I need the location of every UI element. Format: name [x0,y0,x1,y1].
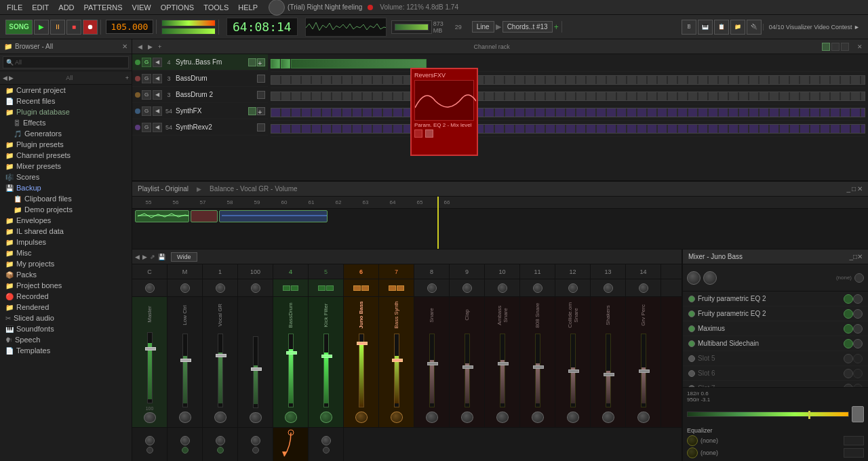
tree-item-my-projects[interactable]: 📁 My projects [0,258,132,269]
menu-tools[interactable]: TOOLS [199,2,233,13]
route-knob-0[interactable] [180,436,190,445]
pads-row-3[interactable] [271,108,865,117]
menu-view[interactable]: VIEW [128,2,155,13]
tree-item-mixer-presets[interactable]: 📁 Mixer presets [0,161,132,172]
ch-btn1-2[interactable] [257,91,265,99]
ch-env-btn-0[interactable] [248,58,256,66]
fader-handle-low-ctrl[interactable] [180,359,191,362]
track-pan-low-ctrl[interactable] [179,412,191,423]
fader-handle-kick[interactable] [321,355,332,358]
track-pan-collide[interactable] [567,412,579,423]
route-knob-2[interactable] [251,436,260,445]
browser-back-btn[interactable]: ◀ [3,75,7,81]
tree-item-speech[interactable]: 🗣 Speech [0,334,132,345]
tree-item-current-project[interactable]: 📁 Current project [0,85,132,96]
mix-back-btn[interactable]: ◀ [135,254,140,260]
stop-btn[interactable]: ■ [66,20,81,35]
fader-handle-collide[interactable] [568,369,579,373]
tool-playlist[interactable]: 📋 [714,20,729,35]
ch-sel-btn-1[interactable]: ◀ [153,74,162,83]
tree-item-sliced[interactable]: ✂ Sliced audio [0,313,132,323]
track-knob-c[interactable] [145,283,155,293]
tool-piano[interactable]: 🎹 [698,20,713,35]
play-btn[interactable]: ▶ [34,20,49,35]
effect-slot-1[interactable]: Fruity parametric EQ 2 [683,292,868,306]
effect-slot-3[interactable]: Maximus [683,321,868,336]
track-knob-11[interactable] [533,283,542,293]
fader-kick-filter[interactable] [323,334,329,408]
effect-solo-4[interactable] [853,339,863,348]
tree-item-effects[interactable]: 🎛 Effects [0,117,132,128]
menu-add[interactable]: ADD [54,2,78,13]
fader-bass-synth[interactable] [394,334,399,408]
fader-clap[interactable] [465,334,470,408]
tree-item-channel-presets[interactable]: 📁 Channel presets [0,150,132,161]
tree-item-generators[interactable]: 🎵 Generators [0,128,132,139]
effect-solo-3[interactable] [853,324,863,334]
mix-fwd-btn[interactable]: ▶ [142,254,147,260]
ch-mute-btn-3[interactable]: G [142,106,151,116]
ch-sel-btn-4[interactable]: ◀ [153,123,162,132]
tree-item-rendered[interactable]: 📁 Rendered [0,302,132,313]
tree-item-il-shared[interactable]: 📁 IL shared data [0,226,132,237]
fader-808[interactable] [535,334,540,408]
fader-100[interactable] [253,336,258,408]
track-knob-10[interactable] [498,283,507,293]
cr-fwd-btn[interactable]: ▶ [148,43,153,50]
track-knob-m[interactable] [180,283,190,293]
track-btn-7b[interactable] [397,285,404,291]
fader-vocal-gr[interactable] [218,334,223,408]
cr-view-btn[interactable] [822,43,830,51]
tree-item-soundfonts[interactable]: 🎹 Soundfonts [0,323,132,334]
pads-row-4[interactable] [271,124,865,134]
tree-item-templates[interactable]: 📄 Templates [0,345,132,356]
ch-name-2[interactable]: BassDrum 2 [176,91,256,98]
tree-item-misc[interactable]: 📁 Misc [0,247,132,258]
browser-close-btn[interactable]: ✕ [122,43,127,50]
pad-0-0[interactable] [271,59,280,68]
menu-edit[interactable]: EDIT [28,2,53,13]
fader-handle-master[interactable] [145,347,156,350]
effect-slot-2[interactable]: Fruity parametric EQ 2 [683,306,868,321]
menu-patterns[interactable]: PATTERNS [80,2,127,13]
playlist-max-btn[interactable]: □ [852,185,856,193]
mix-save-btn[interactable]: 💾 [158,254,165,260]
track-pan-bass-synth[interactable] [391,412,403,423]
none-knob-r[interactable] [854,273,864,283]
cr-view3-btn[interactable] [841,43,849,51]
route-dot-0[interactable] [182,447,189,454]
fader-handle-bassdrum[interactable] [286,351,297,355]
eq-knob-2[interactable] [687,447,698,458]
fader-collide[interactable] [570,334,576,408]
fader-handle-snare[interactable] [427,362,438,365]
tree-item-plugin-db[interactable]: 📁 Plugin database [0,106,132,117]
tree-item-project-bones[interactable]: 📁 Project bones [0,280,132,291]
route-dot-1[interactable] [217,447,224,454]
fader-juno-bass[interactable] [359,334,364,408]
cr-close-btn[interactable]: ✕ [857,43,863,50]
fader-handle-clap[interactable] [462,365,473,369]
tree-item-demo[interactable]: 📁 Demo projects [0,204,132,215]
track-knob-14[interactable] [639,283,648,293]
record-btn[interactable]: ⏺ [83,20,98,35]
track-btn-7a[interactable] [389,285,396,291]
menu-help[interactable]: HELP [234,2,262,13]
track-knob-100[interactable] [251,283,260,293]
fader-grv-perc[interactable] [641,334,646,408]
track-pan-snare[interactable] [426,412,438,423]
tempo-display[interactable]: 105.000 [106,20,153,34]
track-pan-ambass[interactable] [496,412,509,423]
fader-handle-juno[interactable] [357,342,368,345]
track-knob-9[interactable] [462,283,472,293]
track-pan-shakers[interactable] [602,412,614,423]
ch-sel-btn-2[interactable]: ◀ [153,90,162,100]
effect-toggle-4[interactable] [844,339,853,348]
track-btn-6b[interactable] [361,285,369,291]
route-knob-master[interactable] [145,436,155,445]
song-mode-btn[interactable]: SONG [5,20,33,35]
track-pan-juno[interactable] [355,412,368,423]
fader-handle-100[interactable] [251,367,262,371]
tree-item-clipboard[interactable]: 📋 Clipboard files [0,193,132,204]
pad-0-1[interactable] [281,59,290,68]
effect-solo-5[interactable] [853,354,863,363]
